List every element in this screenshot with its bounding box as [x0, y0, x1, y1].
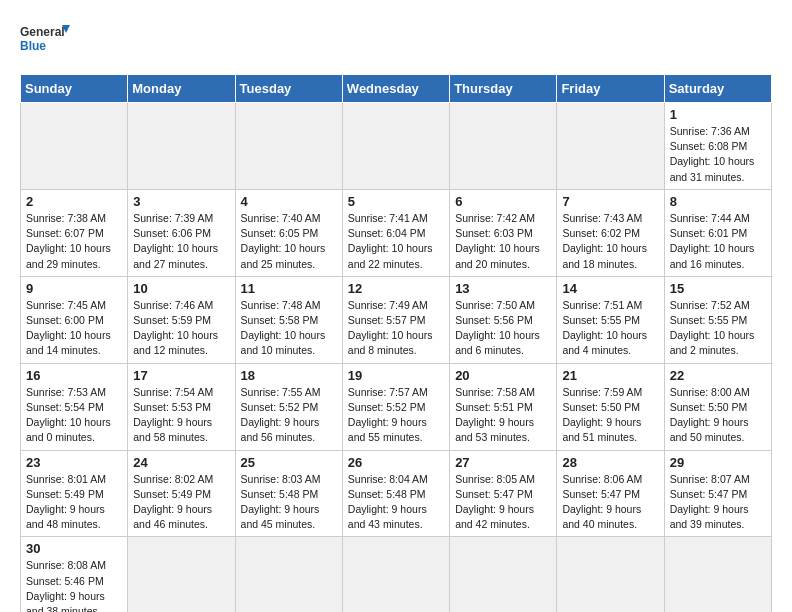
day-info: Sunrise: 7:55 AM Sunset: 5:52 PM Dayligh… — [241, 385, 337, 446]
calendar-cell — [557, 537, 664, 612]
day-info: Sunrise: 7:54 AM Sunset: 5:53 PM Dayligh… — [133, 385, 229, 446]
calendar-cell: 17Sunrise: 7:54 AM Sunset: 5:53 PM Dayli… — [128, 363, 235, 450]
day-info: Sunrise: 7:40 AM Sunset: 6:05 PM Dayligh… — [241, 211, 337, 272]
day-number: 3 — [133, 194, 229, 209]
calendar-cell — [450, 103, 557, 190]
calendar-cell: 15Sunrise: 7:52 AM Sunset: 5:55 PM Dayli… — [664, 276, 771, 363]
day-number: 5 — [348, 194, 444, 209]
calendar-cell: 25Sunrise: 8:03 AM Sunset: 5:48 PM Dayli… — [235, 450, 342, 537]
day-number: 22 — [670, 368, 766, 383]
calendar-cell — [342, 537, 449, 612]
day-info: Sunrise: 7:43 AM Sunset: 6:02 PM Dayligh… — [562, 211, 658, 272]
calendar-cell: 21Sunrise: 7:59 AM Sunset: 5:50 PM Dayli… — [557, 363, 664, 450]
calendar-cell: 23Sunrise: 8:01 AM Sunset: 5:49 PM Dayli… — [21, 450, 128, 537]
day-info: Sunrise: 7:45 AM Sunset: 6:00 PM Dayligh… — [26, 298, 122, 359]
day-number: 13 — [455, 281, 551, 296]
calendar-cell: 28Sunrise: 8:06 AM Sunset: 5:47 PM Dayli… — [557, 450, 664, 537]
day-info: Sunrise: 7:51 AM Sunset: 5:55 PM Dayligh… — [562, 298, 658, 359]
calendar-cell: 29Sunrise: 8:07 AM Sunset: 5:47 PM Dayli… — [664, 450, 771, 537]
day-number: 1 — [670, 107, 766, 122]
page-header: General Blue — [20, 20, 772, 64]
calendar-header-row: SundayMondayTuesdayWednesdayThursdayFrid… — [21, 75, 772, 103]
day-number: 15 — [670, 281, 766, 296]
calendar-cell: 6Sunrise: 7:42 AM Sunset: 6:03 PM Daylig… — [450, 189, 557, 276]
day-info: Sunrise: 8:00 AM Sunset: 5:50 PM Dayligh… — [670, 385, 766, 446]
day-info: Sunrise: 7:57 AM Sunset: 5:52 PM Dayligh… — [348, 385, 444, 446]
day-number: 21 — [562, 368, 658, 383]
calendar-cell: 14Sunrise: 7:51 AM Sunset: 5:55 PM Dayli… — [557, 276, 664, 363]
day-info: Sunrise: 8:04 AM Sunset: 5:48 PM Dayligh… — [348, 472, 444, 533]
calendar-week-5: 30Sunrise: 8:08 AM Sunset: 5:46 PM Dayli… — [21, 537, 772, 612]
calendar-cell: 9Sunrise: 7:45 AM Sunset: 6:00 PM Daylig… — [21, 276, 128, 363]
day-number: 11 — [241, 281, 337, 296]
day-number: 19 — [348, 368, 444, 383]
day-number: 30 — [26, 541, 122, 556]
calendar-cell: 12Sunrise: 7:49 AM Sunset: 5:57 PM Dayli… — [342, 276, 449, 363]
day-number: 10 — [133, 281, 229, 296]
day-header-thursday: Thursday — [450, 75, 557, 103]
day-number: 20 — [455, 368, 551, 383]
day-number: 17 — [133, 368, 229, 383]
day-info: Sunrise: 7:46 AM Sunset: 5:59 PM Dayligh… — [133, 298, 229, 359]
calendar-cell: 26Sunrise: 8:04 AM Sunset: 5:48 PM Dayli… — [342, 450, 449, 537]
svg-text:Blue: Blue — [20, 39, 46, 53]
calendar-week-3: 16Sunrise: 7:53 AM Sunset: 5:54 PM Dayli… — [21, 363, 772, 450]
calendar-cell — [128, 103, 235, 190]
calendar-cell — [235, 103, 342, 190]
day-info: Sunrise: 7:44 AM Sunset: 6:01 PM Dayligh… — [670, 211, 766, 272]
day-info: Sunrise: 7:39 AM Sunset: 6:06 PM Dayligh… — [133, 211, 229, 272]
calendar-cell: 5Sunrise: 7:41 AM Sunset: 6:04 PM Daylig… — [342, 189, 449, 276]
calendar-cell: 3Sunrise: 7:39 AM Sunset: 6:06 PM Daylig… — [128, 189, 235, 276]
calendar-week-0: 1Sunrise: 7:36 AM Sunset: 6:08 PM Daylig… — [21, 103, 772, 190]
calendar-cell: 18Sunrise: 7:55 AM Sunset: 5:52 PM Dayli… — [235, 363, 342, 450]
calendar-cell: 13Sunrise: 7:50 AM Sunset: 5:56 PM Dayli… — [450, 276, 557, 363]
day-info: Sunrise: 7:42 AM Sunset: 6:03 PM Dayligh… — [455, 211, 551, 272]
day-header-wednesday: Wednesday — [342, 75, 449, 103]
day-info: Sunrise: 7:58 AM Sunset: 5:51 PM Dayligh… — [455, 385, 551, 446]
day-info: Sunrise: 8:07 AM Sunset: 5:47 PM Dayligh… — [670, 472, 766, 533]
day-number: 9 — [26, 281, 122, 296]
day-number: 8 — [670, 194, 766, 209]
svg-text:General: General — [20, 25, 65, 39]
calendar-cell: 2Sunrise: 7:38 AM Sunset: 6:07 PM Daylig… — [21, 189, 128, 276]
day-number: 6 — [455, 194, 551, 209]
day-info: Sunrise: 7:59 AM Sunset: 5:50 PM Dayligh… — [562, 385, 658, 446]
day-number: 4 — [241, 194, 337, 209]
day-number: 12 — [348, 281, 444, 296]
calendar-cell: 27Sunrise: 8:05 AM Sunset: 5:47 PM Dayli… — [450, 450, 557, 537]
day-info: Sunrise: 7:52 AM Sunset: 5:55 PM Dayligh… — [670, 298, 766, 359]
day-header-tuesday: Tuesday — [235, 75, 342, 103]
calendar-cell: 30Sunrise: 8:08 AM Sunset: 5:46 PM Dayli… — [21, 537, 128, 612]
day-info: Sunrise: 7:49 AM Sunset: 5:57 PM Dayligh… — [348, 298, 444, 359]
calendar-cell: 16Sunrise: 7:53 AM Sunset: 5:54 PM Dayli… — [21, 363, 128, 450]
calendar-cell: 8Sunrise: 7:44 AM Sunset: 6:01 PM Daylig… — [664, 189, 771, 276]
day-number: 26 — [348, 455, 444, 470]
day-number: 29 — [670, 455, 766, 470]
day-number: 14 — [562, 281, 658, 296]
calendar-cell — [450, 537, 557, 612]
day-info: Sunrise: 8:05 AM Sunset: 5:47 PM Dayligh… — [455, 472, 551, 533]
day-info: Sunrise: 7:50 AM Sunset: 5:56 PM Dayligh… — [455, 298, 551, 359]
calendar-cell: 4Sunrise: 7:40 AM Sunset: 6:05 PM Daylig… — [235, 189, 342, 276]
day-number: 2 — [26, 194, 122, 209]
calendar-cell: 20Sunrise: 7:58 AM Sunset: 5:51 PM Dayli… — [450, 363, 557, 450]
day-info: Sunrise: 7:41 AM Sunset: 6:04 PM Dayligh… — [348, 211, 444, 272]
day-number: 7 — [562, 194, 658, 209]
day-number: 23 — [26, 455, 122, 470]
calendar-week-4: 23Sunrise: 8:01 AM Sunset: 5:49 PM Dayli… — [21, 450, 772, 537]
day-number: 18 — [241, 368, 337, 383]
logo-svg: General Blue — [20, 20, 70, 64]
day-header-saturday: Saturday — [664, 75, 771, 103]
day-info: Sunrise: 7:36 AM Sunset: 6:08 PM Dayligh… — [670, 124, 766, 185]
calendar-cell: 10Sunrise: 7:46 AM Sunset: 5:59 PM Dayli… — [128, 276, 235, 363]
calendar-cell: 19Sunrise: 7:57 AM Sunset: 5:52 PM Dayli… — [342, 363, 449, 450]
calendar-cell: 11Sunrise: 7:48 AM Sunset: 5:58 PM Dayli… — [235, 276, 342, 363]
day-info: Sunrise: 7:53 AM Sunset: 5:54 PM Dayligh… — [26, 385, 122, 446]
day-header-friday: Friday — [557, 75, 664, 103]
day-info: Sunrise: 7:48 AM Sunset: 5:58 PM Dayligh… — [241, 298, 337, 359]
day-info: Sunrise: 7:38 AM Sunset: 6:07 PM Dayligh… — [26, 211, 122, 272]
calendar-table: SundayMondayTuesdayWednesdayThursdayFrid… — [20, 74, 772, 612]
day-info: Sunrise: 8:02 AM Sunset: 5:49 PM Dayligh… — [133, 472, 229, 533]
day-header-monday: Monday — [128, 75, 235, 103]
day-number: 24 — [133, 455, 229, 470]
